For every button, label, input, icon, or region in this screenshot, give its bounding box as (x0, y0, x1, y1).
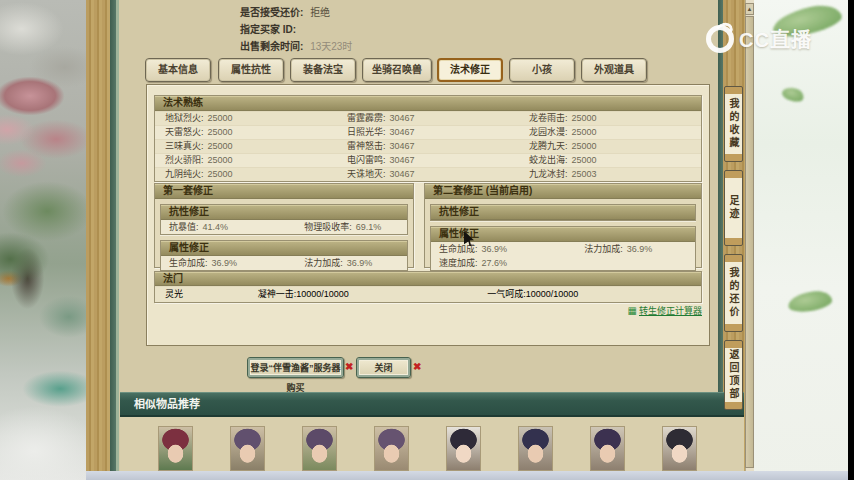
hot-icon: ✖ (413, 361, 421, 372)
spell-value: 25000 (208, 155, 233, 165)
tab-appearance-items[interactable]: 外观道具 (581, 58, 647, 82)
spell-value: 25000 (572, 155, 597, 165)
spell-label: 雷神怒击: (347, 141, 386, 151)
spell-value: 30467 (390, 155, 415, 165)
sidebar-item-footprints[interactable]: 足迹 (724, 170, 743, 246)
accept-counter-offer-label: 是否接受还价: (240, 7, 303, 18)
spell-value: 25003 (572, 169, 597, 179)
sale-time-row: 出售剩余时间: 13天23时 (240, 41, 352, 53)
page: 是否接受还价: 拒绝 指定买家 ID: 出售剩余时间: 13天23时 基本信息 … (0, 0, 854, 480)
spell-row: 地狱烈火:25000 雷霆霹雳:30467 龙卷雨击:25000 (155, 111, 701, 125)
spell-label: 三味真火: (165, 141, 204, 151)
bottom-edge-bar (86, 471, 848, 480)
set1-attr-box: 属性修正 生命加成:36.9% 法力加成:36.9% (160, 240, 408, 271)
tab-spell-correction[interactable]: 法术修正 (437, 58, 503, 82)
stat-value: 36.9% (482, 244, 508, 254)
sidebar-item-back-to-top[interactable]: 返回顶部 (724, 340, 743, 410)
spell-label: 天雷怒火: (165, 127, 204, 137)
hot-icon: ✖ (345, 361, 353, 372)
spell-value: 25000 (208, 141, 233, 151)
sidebar-item-my-favorites[interactable]: 我的收藏 (724, 86, 743, 162)
spell-label: 日照光华: (347, 127, 386, 137)
spell-label: 龙卷雨击: (529, 113, 568, 123)
set2-resist-title: 抗性修正 (431, 205, 695, 220)
tab-child[interactable]: 小孩 (509, 58, 575, 82)
stat-row: 生命加成:36.9% 法力加成:36.9% (161, 256, 407, 270)
spell-label: 雷霆霹雳: (347, 113, 386, 123)
similar-item-avatar[interactable] (446, 426, 481, 471)
spell-row: 天雷怒火:25000 日照光华:30467 龙园水漫:25000 (155, 125, 701, 139)
similar-item-avatar[interactable] (302, 426, 337, 471)
spell-label: 九阴纯火: (165, 169, 204, 179)
buyer-id-label: 指定买家 ID: (240, 24, 296, 35)
rebirth-calculator-link[interactable]: 转生修正计算器 (639, 306, 702, 316)
similar-item-avatar[interactable] (518, 426, 553, 471)
spell-label: 龙腾九天: (529, 141, 568, 151)
stat-label: 抗暴值: (169, 222, 199, 232)
watermark-background (754, 0, 848, 480)
stat-label: 法力加成: (304, 258, 343, 268)
left-sage-divider (116, 0, 119, 480)
spell-value: 25000 (572, 127, 597, 137)
set1-title: 第一套修正 (155, 184, 413, 199)
tab-basic-info[interactable]: 基本信息 (145, 58, 211, 82)
sale-time-value: 13天23时 (310, 41, 352, 52)
stat-label: 速度加成: (439, 258, 478, 268)
spell-value: 25000 (208, 169, 233, 179)
stat-value: 41.4% (203, 222, 229, 232)
spell-proficiency-title: 法术熟练 (155, 96, 701, 111)
famen-cell: 一气呵成:10000/10000 (477, 287, 701, 302)
spell-value: 25000 (208, 113, 233, 123)
spell-label: 龙园水漫: (529, 127, 568, 137)
similar-item-avatar[interactable] (374, 426, 409, 471)
set2-title: 第二套修正 (当前启用) (425, 184, 701, 199)
calc-link-row: ▦转生修正计算器 (154, 304, 702, 317)
stat-label: 法力加成: (584, 244, 623, 254)
spell-value: 30467 (390, 127, 415, 137)
stat-value: 69.1% (356, 222, 382, 232)
tab-equip-treasure[interactable]: 装备法宝 (290, 58, 356, 82)
login-server-buy-button[interactable]: 登录“伴雪渔酱”服务器购买 (247, 357, 344, 378)
background-landscape-art (0, 0, 86, 480)
calculator-icon: ▦ (628, 305, 637, 316)
spell-value: 30467 (390, 169, 415, 179)
famen-cell: 灵光 (155, 287, 248, 302)
famen-cell: 凝神一击:10000/10000 (248, 287, 477, 302)
close-button[interactable]: 关闭 (356, 357, 411, 378)
sidebar-item-my-counteroffers[interactable]: 我的还价 (724, 254, 743, 332)
scrollbar-thumb[interactable] (745, 16, 754, 468)
scrollbar-up-arrow-icon[interactable]: ▲ (745, 3, 754, 15)
spell-value: 25000 (572, 141, 597, 151)
stat-value: 36.9% (212, 258, 238, 268)
famen-title: 法门 (155, 272, 701, 286)
spell-value: 25000 (572, 113, 597, 123)
stat-label: 生命加成: (439, 244, 478, 254)
similar-item-avatar[interactable] (590, 426, 625, 471)
similar-items-panel (120, 417, 744, 471)
similar-item-avatar[interactable] (662, 426, 697, 471)
spell-label: 天诛地灭: (347, 169, 386, 179)
cc-live-watermark: CC直播 (706, 24, 812, 53)
spell-label: 烈火骄阳: (165, 155, 204, 165)
set1-attr-title: 属性修正 (161, 241, 407, 256)
stat-value: 36.9% (627, 244, 653, 254)
stat-label: 生命加成: (169, 258, 208, 268)
spell-row: 九阴纯火:25000 天诛地灭:30467 九龙冰封:25003 (155, 167, 701, 181)
set1-resist-title: 抗性修正 (161, 205, 407, 220)
right-black-edge (848, 0, 854, 480)
spell-row: 烈火骄阳:25000 电闪雷鸣:30467 蛟龙出海:25000 (155, 153, 701, 167)
spell-value: 30467 (390, 141, 415, 151)
famen-box: 法门 灵光 凝神一击:10000/10000 一气呵成:10000/10000 (154, 271, 702, 303)
left-scroll-border (86, 0, 110, 480)
cc-live-logo-text: CC直播 (739, 24, 812, 53)
tab-mount-pet[interactable]: 坐骑召唤兽 (362, 58, 432, 82)
similar-item-avatar[interactable] (230, 426, 265, 471)
accept-counter-offer-row: 是否接受还价: 拒绝 (240, 7, 330, 19)
similar-item-avatar[interactable] (158, 426, 193, 471)
set2-resist-box: 抗性修正 (430, 204, 696, 221)
spell-row: 三味真火:25000 雷神怒击:30467 龙腾九天:25000 (155, 139, 701, 153)
spell-value: 25000 (208, 127, 233, 137)
tab-attr-resist[interactable]: 属性抗性 (218, 58, 284, 82)
stat-row: 抗暴值:41.4% 物理吸收率:69.1% (161, 220, 407, 234)
buyer-id-row: 指定买家 ID: (240, 24, 300, 36)
